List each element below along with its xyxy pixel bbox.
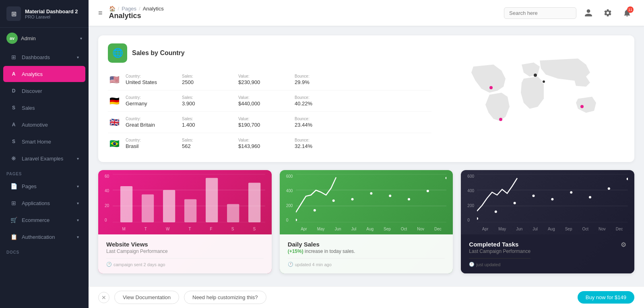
sidebar-item-laravel[interactable]: ❋ Laravel Examples ▾ [3, 150, 85, 166]
sidebar-item-analytics[interactable]: A Analytics [3, 66, 85, 82]
line-chart-svg-dark [477, 174, 628, 222]
svg-point-33 [570, 191, 573, 194]
bar-chart-svg [113, 174, 265, 222]
flag-gb: 🇬🇧 [108, 118, 121, 127]
chart-subtitle: Last Campaign Performance [106, 248, 264, 254]
svg-point-34 [589, 196, 591, 199]
card-header: 🌐 Sales by Country [108, 43, 431, 63]
brand-icon: ⊞ [6, 6, 21, 21]
flag-us: 🇺🇸 [108, 75, 121, 84]
x-axis: AprMayJunJulAugSepOctNovDec [477, 227, 628, 231]
menu-toggle-icon[interactable]: ≡ [98, 9, 103, 17]
chart-meta: 🕐 campaign sent 2 days ago [106, 262, 264, 267]
table-row: 🇩🇪 Country: Germany Sales: 3.900 [108, 90, 431, 112]
user-profile-icon[interactable] [581, 6, 596, 20]
notification-badge: 11 [627, 6, 634, 13]
breadcrumb: 🏠 / Pages / Analytics [109, 6, 164, 12]
sidebar-item-label: Discover [22, 88, 42, 94]
flag-de: 🇩🇪 [108, 97, 121, 105]
clock-icon: 🕐 [106, 262, 112, 267]
breadcrumb-home-icon[interactable]: 🏠 [109, 6, 116, 12]
sidebar-item-label: Pages [22, 183, 37, 189]
svg-point-16 [314, 209, 316, 211]
search-input[interactable] [504, 7, 576, 19]
chevron-down-icon: ▾ [80, 36, 82, 41]
user-menu[interactable]: av Admin ▾ [0, 28, 89, 49]
buy-now-button[interactable]: Buy now for $149 [578, 291, 634, 304]
chart-subtitle-dark: Last Campaign Performance [469, 248, 530, 254]
ecommerce-icon: 🛒 [10, 216, 18, 224]
chart-bottom: Website Views Last Campaign Performance … [98, 234, 272, 273]
sidebar-item-discover[interactable]: D Discover [3, 83, 85, 99]
breadcrumb-current: Analytics [143, 6, 164, 12]
laravel-icon: ❋ [10, 154, 18, 162]
svg-point-36 [627, 178, 628, 180]
svg-rect-8 [206, 178, 218, 222]
chart-bottom: Daily Sales (+15%) increase in today sal… [280, 234, 453, 273]
sidebar-item-automotive[interactable]: A Automotive [3, 117, 85, 133]
brand-text: Material Dashboard 2 PRO Laravel [25, 8, 78, 19]
sidebar-item-smart-home[interactable]: S Smart Home [3, 133, 85, 150]
sidebar-item-label: Applications [22, 200, 50, 206]
view-documentation-button[interactable]: View Documentation [114, 291, 179, 304]
topbar-left: ≡ 🏠 / Pages / Analytics Analytics [98, 6, 164, 20]
chevron-right-icon: ▾ [77, 184, 79, 189]
sidebar-item-label: Analytics [22, 71, 43, 77]
svg-point-17 [332, 199, 334, 202]
chevron-right-icon: ▾ [77, 156, 79, 161]
settings-icon[interactable] [601, 6, 615, 20]
footer-bar: ✕ View Documentation Need help customizi… [89, 286, 644, 308]
svg-rect-4 [120, 186, 132, 222]
close-button[interactable]: ✕ [98, 292, 109, 303]
chart-title-dark: Completed Tasks [469, 241, 530, 248]
svg-rect-10 [248, 183, 260, 222]
user-name: Admin [21, 35, 36, 41]
brand-icon-symbol: ⊞ [11, 10, 17, 18]
breadcrumb-pages[interactable]: Pages [122, 6, 136, 12]
applications-icon: ⊞ [10, 199, 18, 207]
avatar: av [6, 33, 18, 44]
pages-section-label: PAGES [0, 167, 89, 178]
clock-icon: 🕐 [469, 262, 475, 267]
brand: ⊞ Material Dashboard 2 PRO Laravel [0, 0, 89, 28]
svg-point-19 [370, 192, 372, 195]
svg-rect-5 [142, 194, 154, 222]
notifications-icon[interactable]: 11 [620, 6, 634, 20]
sidebar-item-label: Smart Home [22, 139, 51, 145]
bar-chart-area: 60 40 20 0 [98, 170, 272, 234]
chart-title: Daily Sales [288, 241, 445, 248]
sidebar-item-applications[interactable]: ⊞ Applications ▾ [3, 195, 85, 211]
flag-br: 🇧🇷 [108, 139, 121, 148]
sidebar-item-sales[interactable]: S Sales [3, 100, 85, 116]
x-axis: AprMayJunJulAugSepOctNovDec [296, 227, 447, 231]
svg-rect-7 [184, 199, 196, 222]
chevron-right-icon: ▾ [77, 235, 79, 239]
svg-point-28 [477, 217, 478, 220]
y-axis: 600 400 200 0 [467, 174, 474, 222]
clock-icon: 🕐 [288, 262, 293, 267]
chevron-right-icon: ▾ [77, 218, 79, 222]
x-axis: MTWTFSS [113, 227, 265, 231]
svg-point-31 [533, 195, 535, 197]
chart-title: Website Views [106, 241, 264, 248]
sidebar-item-label: Authentication [22, 234, 55, 240]
topbar: ≡ 🏠 / Pages / Analytics Analytics [89, 0, 644, 26]
sidebar-item-pages[interactable]: 📄 Pages ▾ [3, 178, 85, 194]
card-settings-icon[interactable]: ⚙ [621, 241, 626, 248]
footer-left: ✕ View Documentation Need help customizi… [98, 291, 266, 304]
user-info: av Admin [6, 33, 36, 44]
sidebar: ⊞ Material Dashboard 2 PRO Laravel av Ad… [0, 0, 89, 308]
analytics-char: A [10, 70, 18, 78]
line-chart-svg [296, 174, 447, 222]
content-area: 🌐 Sales by Country 🇺🇸 Country: United St… [89, 26, 644, 286]
sidebar-item-dashboards[interactable]: ⊞ Dashboards ▾ [3, 49, 85, 65]
svg-point-29 [495, 211, 497, 213]
sidebar-item-ecommerce[interactable]: 🛒 Ecommerce ▾ [3, 212, 85, 228]
sales-table: 🌐 Sales by Country 🇺🇸 Country: United St… [98, 35, 441, 162]
daily-sales-card: 600 400 200 0 [280, 170, 453, 273]
sidebar-item-label: Laravel Examples [22, 156, 63, 162]
sidebar-item-authentication[interactable]: 📋 Authentication ▾ [3, 229, 85, 245]
svg-rect-6 [163, 190, 175, 222]
chart-bottom-dark: Completed Tasks Last Campaign Performanc… [461, 234, 634, 273]
help-button[interactable]: Need help customizing this? [184, 291, 266, 304]
